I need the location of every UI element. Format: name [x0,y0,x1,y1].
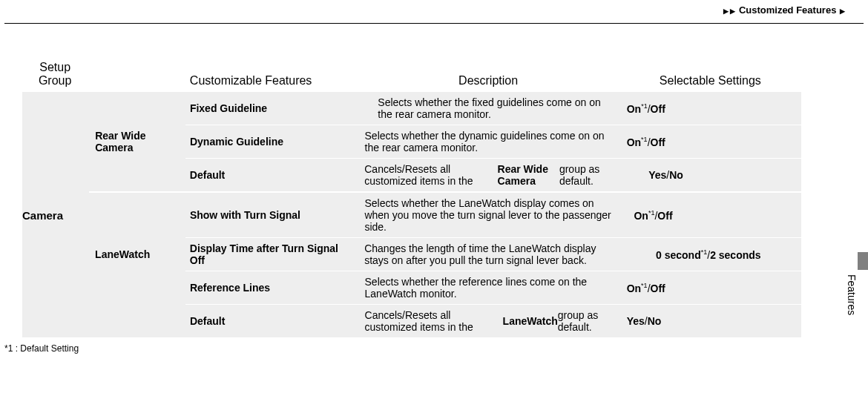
page-body: Setup Group Customizable Features Descri… [0,24,823,337]
column-headers: Setup Group Customizable Features Descri… [22,61,801,92]
feature-name: Show with Turn Signal [183,193,358,237]
setup-group-cell [22,92,88,125]
side-tab-label: Features [846,274,858,315]
breadcrumb-text: Customized Features [739,4,836,16]
table-row: Reference Lines Selects whether the refe… [22,271,801,304]
header-setup-group: Setup Group [22,61,88,87]
feature-description: Cancels/Resets all customized items in t… [358,305,619,337]
table-row: Default Cancels/Resets all customized it… [22,305,801,337]
settings-table: Fixed Guideline Selects whether the fixe… [22,92,801,337]
feature-name: Display Time after Turn Signal Off [183,238,357,271]
subgroup-rear-wide-camera: Rear Wide Camera [88,125,183,158]
selectable-settings: Yes/No [619,159,801,191]
selectable-settings: 0 second*1/2 seconds [619,238,801,271]
chevron-right-icon: ▶ [723,7,729,15]
subgroup-cell [88,305,183,337]
subgroup-cell [88,271,183,304]
side-tab [858,252,868,270]
breadcrumb: ▶▶ Customized Features ▶ [0,0,868,23]
table-row: Rear Wide Camera Dynamic Guideline Selec… [22,125,801,158]
selectable-settings: Yes/No [619,305,801,337]
header-selectable-settings: Selectable Settings [619,74,801,87]
setup-group-camera: Camera [22,193,88,237]
feature-description: Changes the length of time the LaneWatch… [357,238,619,271]
feature-name: Dynamic Guideline [183,125,358,158]
feature-description: Selects whether the reference lines come… [358,271,619,304]
chevron-right-icon: ▶ [840,7,845,15]
subgroup-lanewatch: LaneWatch [88,238,183,271]
feature-name: Default [183,159,357,191]
subgroup-cell [88,159,183,191]
table-row: LaneWatch Display Time after Turn Signal… [22,238,801,271]
feature-description: Cancels/Resets all customized items in t… [357,159,619,191]
selectable-settings: On*1/Off [619,125,801,158]
selectable-settings: On*1/Off [619,271,801,304]
feature-description: Selects whether the dynamic guidelines c… [358,125,619,158]
table-row: Fixed Guideline Selects whether the fixe… [22,92,801,125]
header-customizable-features: Customizable Features [183,74,358,87]
header-description: Description [358,74,619,87]
footnote-default-setting: *1 : Default Setting [0,337,868,360]
setup-group-cell [22,159,88,191]
selectable-settings: On*1/Off [619,193,801,237]
subgroup-cell [88,193,183,237]
setup-group-cell [22,305,88,337]
feature-description: Selects whether the fixed guidelines com… [357,92,619,125]
setup-group-cell [22,125,88,158]
feature-name: Fixed Guideline [183,92,357,125]
subgroup-cell [88,92,183,125]
setup-group-cell [22,238,88,271]
chevron-right-icon: ▶ [730,7,735,15]
feature-description: Selects whether the LaneWatch display co… [357,193,619,237]
setup-group-cell [22,271,88,304]
feature-name: Default [183,305,358,337]
table-row: Camera Show with Turn Signal Selects whe… [22,193,801,237]
selectable-settings: On*1/Off [619,92,801,125]
table-row: Default Cancels/Resets all customized it… [22,159,801,191]
feature-name: Reference Lines [183,271,358,304]
